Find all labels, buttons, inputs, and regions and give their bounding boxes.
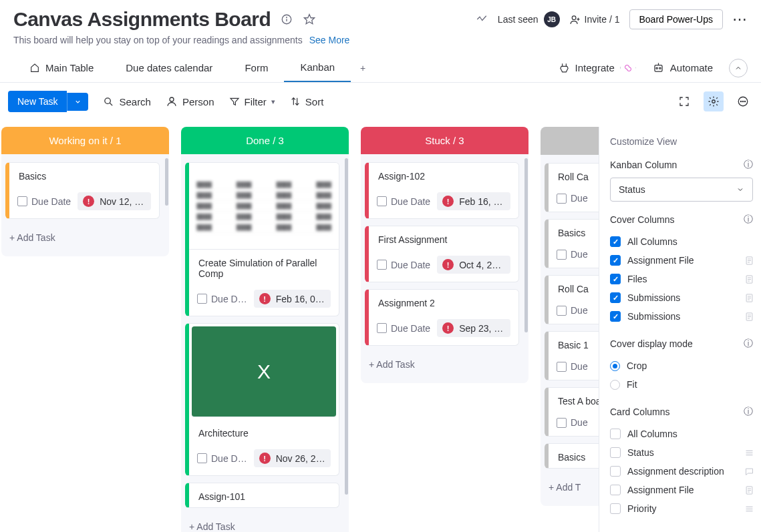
checkbox-option[interactable]: Files	[610, 270, 753, 288]
checkbox[interactable]	[610, 236, 621, 247]
radio[interactable]	[610, 380, 620, 390]
chat-button[interactable]	[733, 91, 753, 111]
calendar-icon	[377, 323, 387, 333]
tab-main-table[interactable]: Main Table	[13, 54, 110, 81]
filter-label: Filter	[245, 96, 267, 107]
due-date-chip[interactable]: !Sep 23, 202…	[437, 319, 510, 337]
option-label: Submissions	[627, 311, 680, 322]
due-date-label: Due D…	[197, 294, 247, 304]
kanban-card[interactable]: XArchitectureDue D…!Nov 26, 202…	[185, 323, 339, 476]
panel-heading: Customize View	[610, 136, 753, 147]
warning-icon: !	[442, 322, 454, 334]
option-label: Crop	[627, 360, 647, 371]
checkbox-option[interactable]: Priority	[610, 499, 753, 518]
warning-icon: !	[259, 293, 271, 304]
radio-option[interactable]: Crop	[610, 356, 753, 375]
checkbox-option[interactable]: Submissions	[610, 288, 753, 307]
kanban-column-dropdown[interactable]: Status	[610, 178, 753, 202]
settings-button[interactable]	[704, 91, 724, 111]
info-icon[interactable]: ⓘ	[744, 159, 753, 171]
column-header[interactable]: Working on it / 1	[1, 127, 169, 154]
due-date-label: Due	[557, 193, 588, 204]
radio[interactable]	[610, 361, 620, 371]
card-title: Create Simulation of Parallel Comp	[189, 250, 339, 284]
checkbox[interactable]	[610, 466, 621, 477]
checkbox[interactable]	[610, 447, 621, 458]
due-date-chip[interactable]: !Nov 26, 202…	[254, 449, 331, 467]
checkbox[interactable]	[610, 485, 621, 495]
checkbox-option[interactable]: Submissions	[610, 307, 753, 326]
option-label: All Columns	[627, 236, 677, 247]
checkbox-option[interactable]: All Columns	[610, 232, 753, 251]
search-tool[interactable]: Search	[103, 96, 151, 107]
checkbox-option[interactable]: Assignment description	[610, 462, 753, 481]
automate-button[interactable]: Automate	[652, 61, 713, 74]
checkbox[interactable]	[610, 429, 621, 439]
option-label: Assignment description	[627, 466, 724, 477]
kanban-card[interactable]: First AssignmentDue Date!Oct 4, 2021, …	[365, 226, 519, 282]
add-task-button[interactable]: + Add Task	[181, 515, 349, 532]
more-icon[interactable]: ⋯	[732, 11, 748, 28]
info-icon[interactable]: ⓘ	[744, 214, 753, 226]
info-icon[interactable]	[280, 13, 293, 26]
checkbox[interactable]	[610, 311, 621, 322]
sort-tool[interactable]: Sort	[290, 96, 324, 107]
tab-due-dates[interactable]: Due dates calendar	[110, 54, 229, 81]
file-icon	[744, 312, 754, 322]
due-date-label: Due Date	[17, 196, 71, 207]
card-title: Basics	[9, 163, 159, 187]
column-header[interactable]: Stuck / 3	[361, 127, 528, 154]
add-task-button[interactable]: + Add Task	[361, 352, 528, 376]
checkbox-option[interactable]: Assignment File	[610, 251, 753, 270]
due-date-chip[interactable]: !Nov 12, 202…	[78, 192, 151, 210]
collapse-button[interactable]	[729, 59, 748, 77]
due-date-label: Due	[557, 417, 588, 428]
due-date-chip[interactable]: !Feb 16, 07:5…	[254, 290, 331, 308]
person-tool[interactable]: Person	[166, 95, 214, 107]
file-icon	[744, 274, 754, 284]
kanban-card[interactable]: Assign-102Due Date!Feb 16, 07:5…	[365, 162, 519, 219]
kanban-column-label: Kanban Column	[610, 160, 677, 170]
checkbox-option[interactable]: Status	[610, 443, 753, 462]
checkbox[interactable]	[610, 255, 621, 266]
checkbox[interactable]	[610, 292, 621, 303]
kanban-card[interactable]: Assignment 2Due Date!Sep 23, 202…	[365, 289, 519, 346]
checkbox-option[interactable]: Assignment File	[610, 481, 753, 499]
invite-button[interactable]: Invite / 1	[569, 14, 620, 25]
column-header[interactable]: Done / 3	[181, 127, 349, 154]
fullscreen-button[interactable]	[674, 91, 694, 111]
new-task-dropdown[interactable]	[67, 93, 88, 111]
checkbox-option[interactable]: All Columns	[610, 425, 753, 443]
star-icon[interactable]	[303, 13, 316, 26]
kanban-card[interactable]: Assign-101	[185, 483, 339, 508]
filter-tool[interactable]: Filter ▾	[229, 96, 275, 107]
kanban-card[interactable]: BasicsDue Date!Nov 12, 202…	[5, 162, 160, 219]
integrate-button[interactable]: Integrate	[559, 60, 636, 76]
info-icon[interactable]: ⓘ	[744, 338, 753, 350]
due-date-chip[interactable]: !Oct 4, 2021, …	[437, 256, 510, 274]
activity-icon[interactable]	[475, 13, 488, 26]
see-more-link[interactable]: See More	[309, 35, 350, 45]
option-label: Assignment File	[627, 485, 694, 495]
tab-kanban[interactable]: Kanban	[284, 53, 351, 82]
add-view-button[interactable]: +	[351, 55, 375, 81]
svg-marker-3	[305, 15, 315, 24]
due-date-label: Due Date	[377, 260, 430, 270]
add-task-button[interactable]: + Add Task	[1, 226, 169, 250]
info-icon[interactable]: ⓘ	[744, 406, 753, 418]
last-seen[interactable]: Last seen JB	[498, 11, 560, 27]
new-task-button[interactable]: New Task	[8, 91, 67, 112]
powerups-button[interactable]: Board Power-Ups	[629, 9, 724, 29]
invite-label: Invite / 1	[585, 14, 620, 25]
checkbox[interactable]	[610, 274, 621, 284]
radio-option[interactable]: Fit	[610, 375, 753, 394]
tab-form[interactable]: Form	[229, 54, 284, 81]
due-date-chip[interactable]: !Feb 16, 07:5…	[437, 192, 510, 210]
chevron-down-icon: ▾	[271, 97, 275, 106]
due-date-label: Due Date	[377, 323, 430, 334]
svg-point-19	[740, 101, 741, 101]
kanban-card[interactable]: ████████████████████████████████████████…	[185, 162, 339, 316]
card-title: Assign-101	[189, 483, 339, 507]
checkbox[interactable]	[610, 503, 621, 514]
option-label: Assignment File	[627, 255, 694, 266]
